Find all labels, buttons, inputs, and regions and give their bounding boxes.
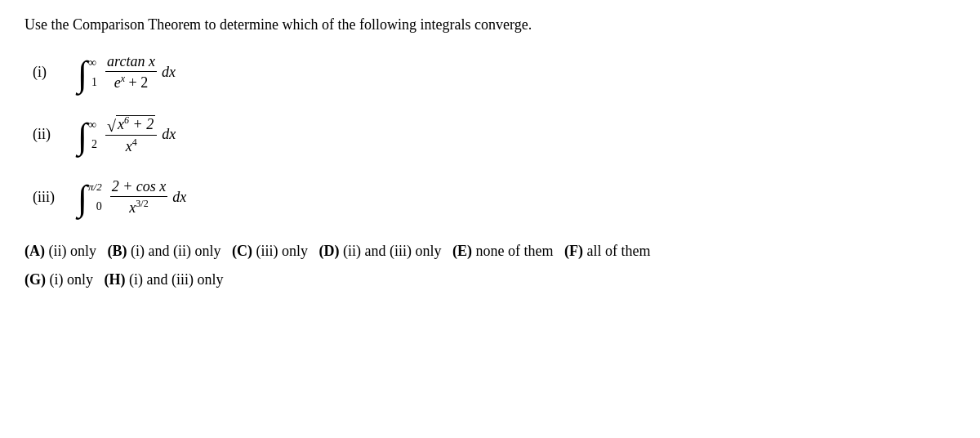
limits-iii: π/2 0 [88,181,102,213]
answers-line1: (A) (ii) only (B) (i) and (ii) only (C) … [24,239,956,263]
integral-row-ii: (ii) ∫ ∞ 2 √x6 + 2 x4 dx [33,114,956,155]
fraction-iii: 2 + cos x x3/2 [110,178,168,217]
upper-limit-iii: π/2 [88,181,102,194]
fraction-i: arctan x ex + 2 [105,53,157,92]
denominator-i: ex + 2 [113,72,149,92]
answer-H-label: (H) [105,271,126,288]
denominator-iii: x3/2 [127,197,149,217]
answer-B-label: (B) [108,243,127,259]
integral-i: ∫ ∞ 1 arctan x ex + 2 dx [78,53,176,92]
part-label-i: (i) [33,64,69,81]
numerator-ii: √x6 + 2 [105,114,157,136]
answer-C-label: (C) [232,243,252,259]
answer-D-label: (D) [318,243,339,259]
answer-F-label: (F) [564,243,583,259]
integral-sign-i: ∫ [78,56,87,92]
part-label-iii: (iii) [33,189,69,206]
fraction-ii: √x6 + 2 x4 [105,114,157,155]
numerator-i: arctan x [105,53,157,72]
part-label-ii: (ii) [33,126,69,143]
integral-row-iii: (iii) ∫ π/2 0 2 + cos x x3/2 dx [33,178,956,217]
integrals-container: (i) ∫ ∞ 1 arctan x ex + 2 dx (ii) ∫ ∞ 2 [33,53,956,217]
dx-ii: dx [162,126,176,143]
integral-sign-iii: ∫ [78,181,87,217]
upper-limit-ii: ∞ [88,118,96,132]
integral-iii: ∫ π/2 0 2 + cos x x3/2 dx [78,178,186,217]
limits-ii: ∞ 2 [88,118,97,151]
answer-A-label: (A) [24,243,45,259]
upper-limit-i: ∞ [88,56,96,69]
answer-G-label: (G) [24,271,46,288]
problem-statement: Use the Comparison Theorem to determine … [24,16,956,34]
answer-E-label: (E) [452,243,472,259]
lower-limit-iii: 0 [96,200,102,213]
dx-i: dx [162,64,176,81]
numerator-iii: 2 + cos x [110,178,168,197]
answers-line2: (G) (i) only (H) (i) and (iii) only [24,268,956,292]
integral-sign-ii: ∫ [78,118,87,154]
lower-limit-ii: 2 [91,138,97,151]
lower-limit-i: 1 [91,76,97,89]
denominator-ii: x4 [124,136,139,155]
dx-iii: dx [172,189,186,206]
limits-i: ∞ 1 [88,56,97,89]
integral-row-i: (i) ∫ ∞ 1 arctan x ex + 2 dx [33,53,956,92]
integral-ii: ∫ ∞ 2 √x6 + 2 x4 dx [78,114,176,155]
